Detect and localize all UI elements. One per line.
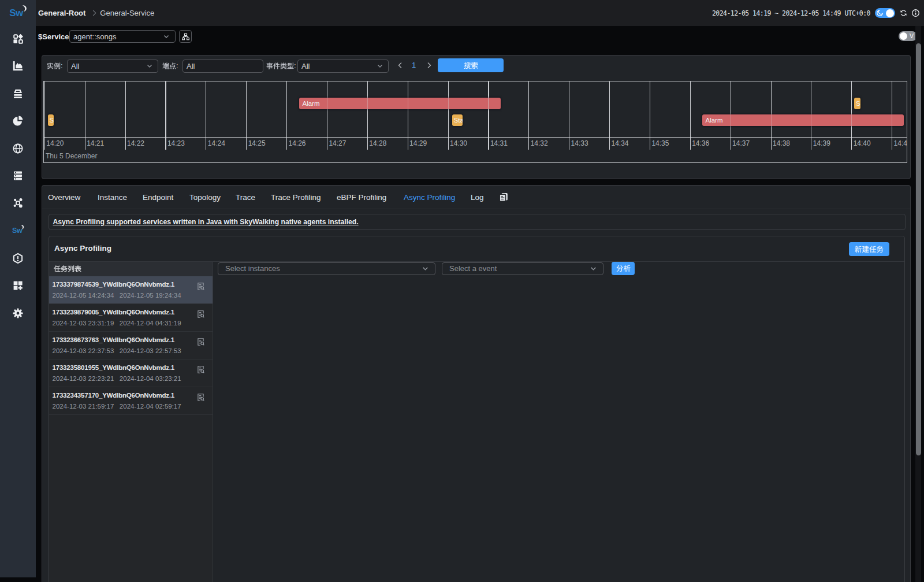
new-task-button[interactable]: [849, 242, 889, 256]
async-profiling-doc-link[interactable]: Async Profiling supported services writt…: [53, 218, 359, 226]
task-row[interactable]: 1733379874539_YWdlbnQ6OnNvbmdz.12024-12-…: [49, 276, 213, 304]
sidebar-item-dashboard[interactable]: [12, 33, 24, 45]
task-detail-button[interactable]: [196, 338, 205, 346]
gridline: [206, 81, 206, 150]
tab-log[interactable]: Log: [471, 193, 484, 202]
tab-endpoint[interactable]: Endpoint: [143, 193, 173, 202]
notice-box: Async Profiling supported services writt…: [49, 214, 906, 230]
service-select[interactable]: agent::songs: [69, 30, 176, 43]
task-row[interactable]: 1733234357170_YWdlbnQ6OnNvbmdz.12024-12-…: [49, 387, 213, 415]
task-detail-button[interactable]: [196, 310, 205, 318]
analyze-button[interactable]: [612, 262, 635, 275]
tab-trace-profiling[interactable]: Trace Profiling: [271, 193, 321, 202]
server-list-icon: [12, 170, 24, 181]
endpoint-filter-input[interactable]: All: [182, 60, 263, 73]
gridline: [609, 81, 610, 150]
instance-filter-label: :: [47, 61, 63, 70]
time-range[interactable]: 2024-12-05 14:19 ~ 2024-12-05 14:49 UTC+…: [712, 9, 870, 17]
endpoint-filter-label: :: [162, 61, 178, 70]
sidebar-item-dashboard-add[interactable]: [12, 280, 24, 291]
page-number[interactable]: 1: [412, 61, 416, 69]
task-detail-button[interactable]: [196, 393, 205, 402]
copy-tabs-icon[interactable]: [499, 192, 508, 202]
tick-label: 14:21: [87, 139, 104, 147]
sidebar-item-trend-chart[interactable]: [12, 60, 24, 72]
refresh-button[interactable]: [899, 9, 908, 17]
event-type-filter-select[interactable]: All: [297, 60, 389, 73]
timeline-event-event[interactable]: S: [48, 114, 54, 126]
sidebar-item-settings-gear[interactable]: [12, 307, 24, 319]
tab-async-profiling[interactable]: Async Profiling: [404, 193, 455, 202]
timeline-event-event[interactable]: Sta: [452, 114, 463, 126]
gridline: [408, 81, 408, 150]
gridline: [327, 81, 327, 150]
sidebar-item-pie-chart[interactable]: [12, 115, 24, 127]
search-button[interactable]: [438, 58, 504, 72]
sidebar-item-server-list[interactable]: [12, 170, 24, 181]
scrollbar[interactable]: [916, 43, 921, 455]
gridline: [488, 81, 489, 150]
timeline-event-event[interactable]: S: [854, 98, 860, 109]
task-list-header: [49, 262, 213, 276]
gridline: [246, 81, 247, 150]
events-timeline-chart[interactable]: AlarmSStaAlarmS14:2014:2114:2214:2314:24…: [43, 81, 907, 163]
prev-page-button[interactable]: [396, 61, 405, 70]
info-icon: [911, 9, 920, 17]
gridline: [448, 81, 449, 150]
event-label: S: [856, 100, 860, 107]
tick-label: 14:29: [409, 139, 427, 147]
task-detail-button[interactable]: [196, 282, 205, 291]
axis-line: [44, 137, 907, 138]
tabs-separator: [42, 209, 910, 209]
service-row: $Service agent::songs V: [36, 26, 924, 50]
info-button[interactable]: [911, 9, 920, 17]
settings-gear-icon: [12, 307, 24, 319]
chevron-down-icon: [590, 265, 597, 272]
sidebar-item-alarm-hexagon[interactable]: [12, 253, 24, 264]
timeline-event-alarm[interactable]: Alarm: [702, 114, 904, 126]
timeline-event-alarm[interactable]: Alarm: [299, 98, 501, 109]
sidebar-item-skywalking[interactable]: Sw: [12, 225, 24, 236]
gridline: [771, 81, 772, 150]
tab-topology[interactable]: Topology: [189, 193, 221, 202]
skywalking-logo[interactable]: Sw: [0, 5, 36, 22]
gridline: [731, 81, 731, 150]
select-event[interactable]: Select a event: [442, 262, 603, 275]
task-row[interactable]: 1733236673763_YWdlbnQ6OnNvbmdz.12024-12-…: [49, 332, 213, 359]
task-id: 1733236673763_YWdlbnQ6OnNvbmdz.1: [53, 336, 175, 343]
tick-label: 14:39: [813, 139, 830, 147]
gridline: [165, 81, 166, 150]
sidebar-item-globe[interactable]: [12, 143, 24, 154]
skywalking-icon: Sw: [12, 225, 24, 236]
event-label: Alarm: [303, 100, 320, 107]
tab-trace[interactable]: Trace: [236, 193, 255, 202]
tab-ebpf-profiling[interactable]: eBPF Profiling: [337, 193, 386, 202]
date-label: Thu 5 December: [46, 152, 97, 160]
toggle-knob: [886, 9, 894, 17]
topbar: General-Root General-Service 2024-12-05 …: [36, 0, 924, 26]
service-topology-button[interactable]: [179, 30, 192, 43]
pie-chart-icon: [12, 115, 24, 127]
breadcrumb-root[interactable]: General-Root: [38, 9, 85, 17]
tick-label: 14:33: [571, 139, 588, 147]
task-row[interactable]: 1733235801955_YWdlbnQ6OnNvbmdz.12024-12-…: [49, 359, 213, 387]
tab-instance[interactable]: Instance: [98, 193, 127, 202]
refresh-icon: [899, 9, 908, 17]
gridline: [367, 81, 368, 150]
tick-label: 14:37: [732, 139, 750, 147]
task-dates: 2024-12-03 23:31:19 2024-12-04 04:31:19: [53, 320, 181, 327]
select-instances[interactable]: Select instances: [218, 262, 435, 275]
gridline: [286, 81, 287, 150]
instance-filter-select[interactable]: All: [67, 60, 158, 73]
sidebar-item-topology[interactable]: [12, 197, 24, 209]
topology-icon: [12, 197, 24, 209]
sidebar-item-storage[interactable]: [12, 88, 24, 99]
task-row[interactable]: 1733239879005_YWdlbnQ6OnNvbmdz.12024-12-…: [49, 304, 213, 332]
gridline: [85, 81, 85, 150]
task-detail-button[interactable]: [196, 365, 205, 374]
version-toggle[interactable]: V: [899, 31, 917, 41]
theme-toggle[interactable]: [875, 8, 895, 18]
gridline: [851, 81, 852, 150]
next-page-button[interactable]: [424, 61, 434, 70]
tab-overview[interactable]: Overview: [48, 193, 80, 202]
